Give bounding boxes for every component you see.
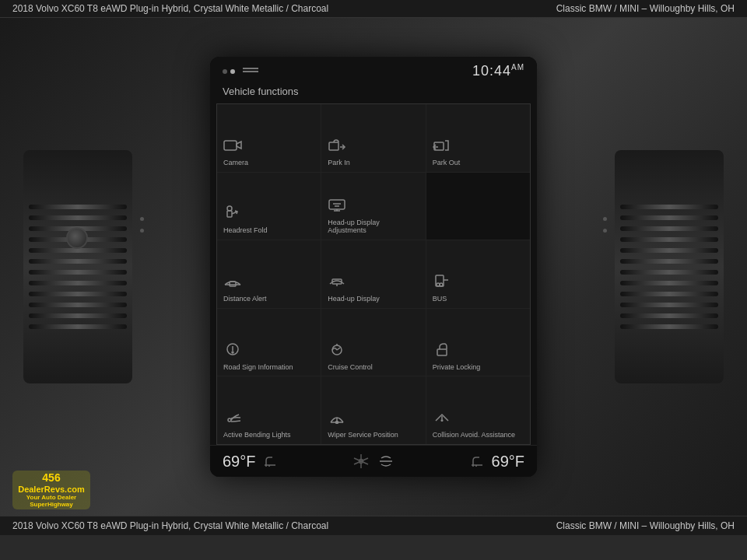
photo-area: 10:44AM Vehicle functions (0, 18, 747, 516)
right-indicator-dots (603, 217, 607, 233)
svg-rect-9 (227, 211, 232, 217)
svg-point-22 (440, 283, 443, 286)
vent-slat (29, 259, 127, 264)
right-vent (615, 150, 724, 383)
park-in-icon (328, 138, 346, 156)
distance-alert-button[interactable]: Distance Alert (217, 240, 321, 308)
vent-slat (620, 292, 718, 296)
park-in-label: Park In (328, 159, 350, 167)
private-locking-button[interactable]: Private Locking (426, 309, 530, 376)
svg-line-29 (337, 348, 340, 350)
lock-icon (433, 342, 451, 360)
wiper-service-button[interactable]: Wiper Service Position (321, 376, 425, 444)
watermark-tagline: Your Auto Dealer SuperHighway (12, 494, 90, 509)
svg-rect-30 (437, 349, 447, 355)
vent-slat (29, 303, 127, 307)
bending-lights-button[interactable]: Active Bending Lights (217, 376, 321, 444)
wiper-label: Wiper Service Position (328, 431, 398, 439)
vent-slat (29, 313, 127, 318)
seat-heat-left-icon (261, 454, 279, 468)
hud-button[interactable]: Head-up Display (321, 240, 425, 308)
bus-icon (433, 274, 451, 292)
nav-dot (223, 69, 227, 74)
hud-adjustments-button[interactable]: Head-up Display Adjustments (321, 173, 425, 240)
park-out-icon (433, 138, 451, 156)
bending-lights-icon (223, 410, 242, 428)
svg-point-8 (227, 206, 232, 211)
road-sign-icon (223, 342, 242, 360)
park-out-button[interactable]: Park Out (426, 104, 530, 172)
camera-label: Camera (223, 159, 248, 167)
hud-icon (328, 274, 346, 292)
dashboard-background: 10:44AM Vehicle functions (0, 18, 747, 516)
vent-slat (620, 313, 718, 318)
bottom-bar: 2018 Volvo XC60 T8 eAWD Plug-in Hybrid, … (0, 516, 747, 535)
top-dealer-info: Classic BMW / MINI – Willoughby Hills, O… (556, 3, 735, 14)
headrest-fold-button[interactable]: Headrest Fold (217, 173, 321, 240)
collision-label: Collision Avoid. Assistance (433, 431, 515, 439)
bending-lights-label: Active Bending Lights (223, 431, 291, 439)
climate-right: 69°F (468, 453, 524, 471)
camera-button[interactable]: Camera (217, 104, 321, 172)
vent-slat (620, 237, 718, 242)
park-out-label: Park Out (433, 159, 461, 167)
road-sign-label: Road Sign Information (223, 363, 293, 372)
watermark-badge: 456 (42, 471, 60, 485)
svg-point-34 (336, 422, 338, 424)
vent-slat (620, 324, 718, 329)
screen-content: 10:44AM Vehicle functions (210, 57, 537, 477)
headrest-icon (223, 205, 242, 223)
dealer-watermark: 456 DealerRevs.com Your Auto Dealer Supe… (12, 471, 90, 509)
svg-rect-4 (329, 142, 338, 150)
left-vent (23, 150, 132, 383)
seat-heat-right-icon (468, 454, 486, 468)
bus-label: BUS (433, 295, 447, 303)
left-indicator-dots (140, 217, 144, 233)
hud-adj-icon (328, 198, 346, 215)
left-control-knob[interactable] (66, 227, 88, 249)
vent-slat (620, 259, 718, 264)
center-infotainment-screen[interactable]: 10:44AM Vehicle functions (210, 57, 537, 477)
indicator-dot (140, 217, 144, 221)
screen-clock: 10:44AM (472, 63, 524, 79)
screen-section-title: Vehicle functions (210, 82, 537, 103)
road-sign-button[interactable]: Road Sign Information (217, 309, 321, 376)
vent-slat (620, 270, 718, 275)
watermark-site: DealerRevs.com (18, 485, 85, 494)
collision-assist-button[interactable]: Collision Avoid. Assistance (426, 376, 530, 444)
vent-slat (620, 303, 718, 307)
hud-label: Head-up Display (328, 295, 380, 303)
vent-slat (29, 324, 127, 329)
vent-slat (29, 205, 127, 209)
bus-button[interactable]: BUS (426, 240, 530, 308)
svg-point-36 (441, 420, 443, 422)
svg-point-31 (228, 418, 231, 422)
left-temp: 69°F (223, 453, 255, 471)
vent-slat (620, 215, 718, 220)
bottom-dealer-info: Classic BMW / MINI – Willoughby Hills, O… (556, 520, 735, 531)
climate-control-bar: 69°F (210, 445, 537, 477)
indicator-dot (140, 229, 144, 233)
indicator-dot (603, 229, 607, 233)
wiper-icon (328, 410, 346, 428)
svg-rect-2 (224, 141, 237, 150)
top-car-info: 2018 Volvo XC60 T8 eAWD Plug-in Hybrid, … (12, 3, 328, 14)
vent-slat (620, 226, 718, 231)
right-temp: 69°F (492, 453, 524, 471)
park-in-button[interactable]: Park In (321, 104, 425, 172)
top-bar: 2018 Volvo XC60 T8 eAWD Plug-in Hybrid, … (0, 0, 747, 18)
vent-slat (620, 248, 718, 253)
vehicle-functions-grid: Camera Park In (216, 103, 531, 445)
indicator-dot (603, 217, 607, 221)
svg-marker-3 (237, 142, 241, 149)
menu-icon (243, 66, 258, 77)
svg-point-26 (232, 352, 233, 353)
collision-icon (433, 410, 451, 428)
distance-label: Distance Alert (223, 295, 267, 303)
climate-left: 69°F (223, 453, 279, 471)
vent-slat (29, 270, 127, 275)
hud-adj-label: Head-up Display Adjustments (328, 219, 419, 236)
cruise-control-button[interactable]: Cruise Control (321, 309, 425, 376)
distance-icon (223, 274, 242, 292)
nav-dot-active (230, 69, 235, 74)
